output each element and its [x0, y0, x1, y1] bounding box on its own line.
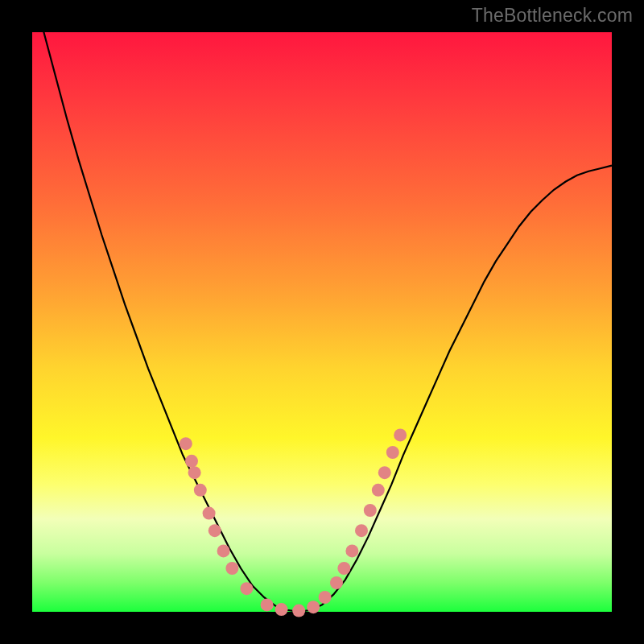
marker-left-arm [208, 524, 221, 537]
marker-trough [307, 601, 320, 613]
marker-right-arm [386, 446, 399, 459]
marker-right-arm [355, 524, 368, 537]
marker-right-arm [345, 544, 358, 557]
marker-left-arm [180, 437, 192, 450]
marker-left-arm [217, 544, 230, 557]
marker-right-arm [394, 428, 407, 441]
bottleneck-curve [32, 0, 612, 612]
plot-area [32, 32, 612, 612]
marker-right-arm [372, 484, 385, 497]
chart-stage: TheBottleneck.com [0, 0, 644, 644]
marker-right-arm [319, 591, 332, 604]
marker-group [180, 428, 407, 617]
marker-right-arm [378, 466, 391, 479]
marker-left-arm [225, 562, 238, 575]
marker-trough [292, 605, 305, 617]
marker-right-arm [337, 562, 350, 575]
marker-left-arm [203, 507, 216, 520]
marker-left-arm [194, 484, 207, 497]
watermark-text: TheBottleneck.com [472, 5, 633, 27]
marker-right-arm [364, 504, 377, 517]
marker-trough [261, 598, 274, 611]
marker-right-arm [330, 576, 343, 589]
marker-trough [275, 603, 288, 616]
marker-left-arm [188, 466, 201, 479]
curve-svg [32, 32, 612, 612]
marker-left-arm [185, 455, 198, 468]
marker-left-arm [240, 582, 253, 595]
